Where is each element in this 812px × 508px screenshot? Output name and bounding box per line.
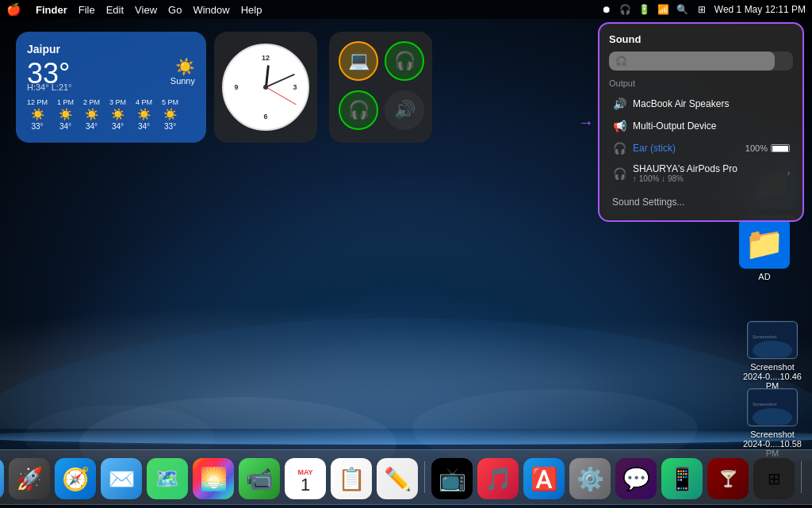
clock-widget: 12 3 6 9 <box>214 32 317 143</box>
dock-maps[interactable]: 🗺️ <box>147 458 188 499</box>
clock-minute-hand <box>266 74 295 88</box>
forecast-icon: ☀️ <box>31 108 44 120</box>
apple-logo-icon[interactable]: 🍎 <box>6 2 21 17</box>
chevron-right-icon: › <box>787 169 790 178</box>
clock-number-3: 3 <box>293 83 297 91</box>
dock-whatsapp[interactable]: 📱 <box>661 458 703 499</box>
search-icon[interactable]: 🔍 <box>676 3 689 16</box>
clock-number-12: 12 <box>262 54 270 62</box>
sound-output-earstick[interactable]: 🎧 Ear (stick) 100% <box>609 137 793 159</box>
screenshot1-label: Screenshot2024-0....10.46 PM <box>741 362 804 391</box>
dock-calendar[interactable]: MAY 1 <box>285 458 326 499</box>
menubar-finder[interactable]: Finder <box>36 4 67 16</box>
forecast-temp: 33° <box>164 122 176 131</box>
forecast-item: 4 PM ☀️ 34° <box>136 98 152 131</box>
menubar-left: 🍎 Finder File Edit View Go Window Help <box>6 2 262 17</box>
forecast-icon: ☀️ <box>111 108 124 120</box>
forecast-temp: 33° <box>31 122 43 131</box>
dock-launchpad[interactable]: 🚀 <box>9 458 50 499</box>
forecast-time: 5 PM <box>162 98 178 106</box>
multioutput-label: Multi-Output Device <box>633 120 790 132</box>
audio-headphone-green-btn[interactable]: 🎧 <box>385 41 424 81</box>
sound-output-macbook[interactable]: 🔊 MacBook Air Speakers <box>609 93 793 115</box>
earstick-label: Ear (stick) <box>633 143 739 154</box>
control-center-icon[interactable]: ⊞ <box>695 3 708 16</box>
forecast-icon: ☀️ <box>59 108 72 120</box>
speaker-icon: 🔊 <box>612 97 626 111</box>
airpods-label: SHAURYA's AirPods Pro <box>633 163 781 174</box>
sound-output-label: Output <box>609 78 793 88</box>
dock-photos[interactable]: 🌅 <box>193 458 234 499</box>
forecast-temp: 34° <box>112 122 124 131</box>
clock-face: 12 3 6 9 <box>222 44 309 131</box>
clock-number-6: 6 <box>263 113 267 120</box>
dock-slack[interactable]: 💬 <box>615 458 657 499</box>
sound-volume-slider[interactable]: 🎧 <box>609 52 793 71</box>
dock-mail[interactable]: ✉️ <box>101 458 142 499</box>
weather-widget: Jaipur 33° ☀️ Sunny H:34° L:21° 12 PM ☀️… <box>16 32 206 143</box>
dock-appletv[interactable]: 📺 <box>431 458 473 499</box>
battery-fill <box>772 146 788 151</box>
screenshot1-icon[interactable]: Screenshot Screenshot2024-0....10.46 PM <box>741 321 804 391</box>
menubar-datetime[interactable]: Wed 1 May 12:11 PM <box>714 4 806 15</box>
audio-speaker-btn[interactable]: 🔊 <box>385 90 424 130</box>
clock-number-9: 9 <box>234 83 238 91</box>
sound-slider-fill <box>609 52 775 71</box>
menubar-window[interactable]: Window <box>193 4 229 16</box>
screenshot1-thumb: Screenshot <box>747 321 798 359</box>
ad-folder-img: 📁 <box>739 218 790 269</box>
dock-safari[interactable]: 🧭 <box>55 458 96 499</box>
multioutput-icon: 📢 <box>612 119 626 133</box>
dock-reminders[interactable]: 📋 <box>331 458 372 499</box>
forecast-item: 1 PM ☀️ 34° <box>57 98 74 131</box>
battery-icon[interactable]: 🔋 <box>638 3 651 16</box>
audio-laptop-btn[interactable]: 💻 <box>339 41 378 81</box>
sound-panel-title: Sound <box>609 33 793 45</box>
dock-appstore[interactable]: 🅰️ <box>523 458 565 499</box>
menubar-help[interactable]: Help <box>241 4 262 16</box>
forecast-time: 4 PM <box>136 98 152 106</box>
dock-trash[interactable]: 🗑️ <box>808 458 812 499</box>
weather-city: Jaipur <box>27 43 195 55</box>
dock-finder[interactable]: 🔍 <box>0 458 4 499</box>
battery-bar <box>771 144 790 152</box>
forecast-temp: 34° <box>138 122 150 131</box>
forecast-item: 3 PM ☀️ 34° <box>109 98 126 131</box>
dock-music[interactable]: 🎵 <box>477 458 519 499</box>
sound-output-airpods[interactable]: 🎧 SHAURYA's AirPods Pro ↑ 100% ↓ 98% › <box>609 159 793 187</box>
dock-bartender[interactable]: 🍸 <box>707 458 749 499</box>
svg-text:Screenshot: Screenshot <box>753 334 777 339</box>
dock-multibar[interactable]: ⊞ <box>753 458 795 499</box>
screen-record-icon[interactable]: ⏺ <box>600 3 613 16</box>
audio-widget: 💻 🎧 🎧 🔊 <box>329 32 432 143</box>
earstick-pct: 100% <box>745 143 768 153</box>
menubar: 🍎 Finder File Edit View Go Window Help ⏺… <box>0 0 812 19</box>
macbook-speakers-label: MacBook Air Speakers <box>633 98 790 109</box>
dock-separator <box>424 461 425 493</box>
screenshot2-icon[interactable]: Screenshot Screenshot2024-0....10.58 PM <box>741 388 804 458</box>
menubar-go[interactable]: Go <box>168 4 182 16</box>
ad-folder-label: AD <box>758 272 770 281</box>
headphone-icon[interactable]: 🎧 <box>619 3 632 16</box>
wifi-icon[interactable]: 📶 <box>657 3 670 16</box>
audio-headphone2-btn[interactable]: 🎧 <box>339 90 378 130</box>
dock-freeform[interactable]: ✏️ <box>377 458 418 499</box>
airpods-icon: 🎧 <box>612 166 626 181</box>
forecast-time: 1 PM <box>57 98 74 106</box>
clock-center <box>263 85 268 90</box>
forecast-item: 2 PM ☀️ 34° <box>83 98 100 131</box>
weather-forecast: 12 PM ☀️ 33° 1 PM ☀️ 34° 2 PM ☀️ 34° 3 P… <box>27 98 195 131</box>
weather-condition: Sunny <box>170 76 195 86</box>
dock-settings[interactable]: ⚙️ <box>569 458 611 499</box>
earstick-info: 100% <box>745 143 790 153</box>
airpods-battery: ↑ 100% ↓ 98% <box>633 174 781 183</box>
dock-facetime[interactable]: 📹 <box>239 458 280 499</box>
forecast-icon: ☀️ <box>85 108 98 120</box>
menubar-file[interactable]: File <box>79 4 95 16</box>
sound-settings-link[interactable]: Sound Settings... <box>609 193 793 211</box>
ad-folder-icon[interactable]: 📁 AD <box>739 218 790 281</box>
sound-output-multidevice[interactable]: 📢 Multi-Output Device <box>609 115 793 137</box>
menubar-view[interactable]: View <box>135 4 157 16</box>
forecast-item: 12 PM ☀️ 33° <box>27 98 48 131</box>
menubar-edit[interactable]: Edit <box>106 4 124 16</box>
